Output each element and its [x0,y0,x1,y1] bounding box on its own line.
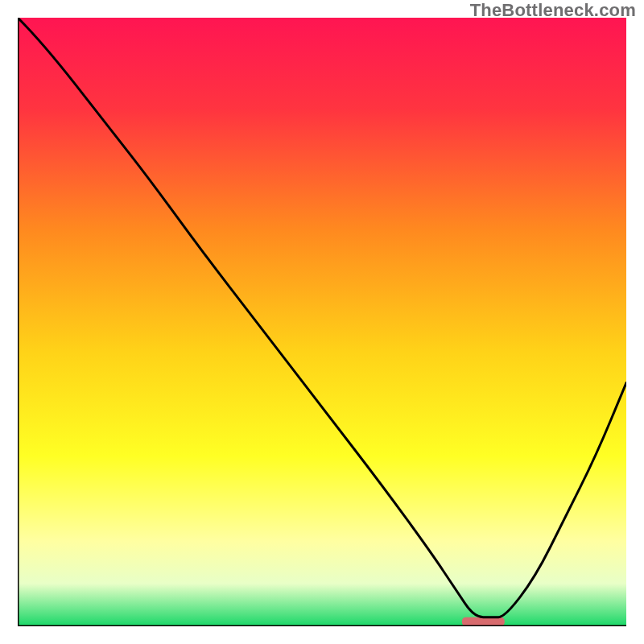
plot-area [18,18,626,626]
chart-svg [18,18,626,626]
chart-stage: TheBottleneck.com [0,0,644,644]
target-marker [462,617,505,626]
gradient-background [18,18,626,626]
